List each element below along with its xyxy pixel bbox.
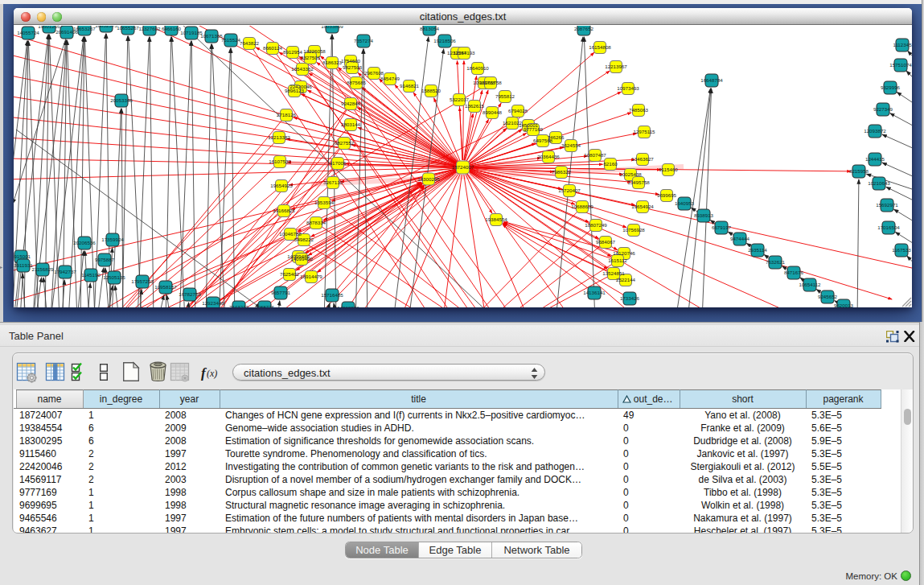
svg-text:8186323: 8186323 (322, 60, 343, 65)
svg-text:14055724: 14055724 (17, 30, 39, 35)
svg-text:10654112: 10654112 (799, 282, 821, 287)
svg-text:9245652: 9245652 (818, 294, 838, 299)
svg-text:9699695: 9699695 (657, 192, 677, 198)
svg-text:8938913: 8938913 (694, 212, 714, 218)
svg-text:9227349: 9227349 (873, 106, 893, 112)
svg-text:19166825: 19166825 (273, 208, 295, 213)
svg-text:12093872: 12093872 (864, 128, 886, 134)
svg-text:20206536: 20206536 (73, 240, 96, 245)
svg-text:8471676: 8471676 (784, 270, 804, 275)
svg-text:9620013: 9620013 (834, 303, 854, 307)
svg-text:10671365: 10671365 (200, 33, 223, 39)
svg-text:7625402: 7625402 (280, 271, 300, 277)
svg-text:9474444: 9474444 (730, 236, 750, 241)
svg-text:2718126: 2718126 (277, 112, 297, 117)
svg-text:16648784: 16648784 (700, 77, 723, 83)
svg-text:12213967: 12213967 (605, 64, 627, 69)
svg-text:1754600: 1754600 (341, 58, 361, 64)
svg-text:10973493: 10973493 (617, 85, 639, 91)
svg-text:7986322: 7986322 (552, 169, 572, 175)
svg-text:1353594: 1353594 (314, 200, 335, 205)
svg-text:7632621: 7632621 (766, 259, 786, 265)
svg-text:1615112: 1615112 (608, 257, 627, 263)
svg-text:3267130: 3267130 (323, 179, 343, 185)
svg-text:1588520: 1588520 (421, 88, 441, 93)
svg-text:10719185: 10719185 (180, 30, 203, 35)
svg-text:5498222: 5498222 (294, 237, 314, 242)
svg-text:9657791: 9657791 (271, 290, 291, 295)
svg-text:1244415: 1244415 (865, 156, 885, 162)
svg-text:19384554: 19384554 (485, 216, 507, 222)
svg-text:16653267: 16653267 (73, 26, 96, 31)
svg-text:417006: 417006 (330, 160, 347, 166)
svg-text:13524851: 13524851 (602, 270, 625, 276)
svg-text:9115460: 9115460 (659, 167, 678, 172)
svg-text:13226058: 13226058 (303, 48, 326, 54)
svg-text:6679197: 6679197 (712, 225, 732, 230)
svg-text:2935114: 2935114 (748, 247, 767, 253)
svg-text:12505135: 12505135 (103, 274, 125, 280)
svg-text:8660124: 8660124 (263, 45, 283, 51)
svg-text:3911931: 3911931 (14, 262, 33, 268)
svg-text:19218506: 19218506 (433, 38, 456, 43)
svg-text:17016504: 17016504 (877, 225, 900, 230)
svg-text:10958157: 10958157 (154, 284, 177, 290)
svg-text:18852575: 18852575 (95, 26, 117, 28)
svg-text:1362615: 1362615 (465, 103, 485, 109)
svg-text:1733426: 1733426 (620, 295, 640, 301)
svg-text:16782759: 16782759 (179, 291, 201, 297)
svg-text:13495758: 13495758 (627, 179, 650, 185)
svg-text:16543362: 16543362 (291, 66, 314, 72)
svg-text:9329996: 9329996 (881, 84, 901, 90)
svg-text:8454749: 8454749 (380, 76, 400, 81)
svg-text:10688609: 10688609 (571, 204, 593, 209)
svg-text:16154808: 16154808 (589, 44, 611, 50)
svg-text:9827503: 9827503 (343, 64, 363, 70)
svg-text:5322037: 5322037 (450, 97, 470, 102)
svg-text:1112345: 1112345 (893, 42, 912, 47)
svg-text:8915001: 8915001 (14, 253, 31, 259)
svg-text:19654923: 19654923 (270, 183, 293, 188)
svg-text:9242848: 9242848 (341, 101, 361, 106)
svg-text:18640910: 18640910 (466, 65, 489, 71)
svg-text:16120746: 16120746 (613, 250, 635, 256)
svg-text:15720407: 15720407 (558, 187, 581, 193)
svg-text:2522144: 2522144 (616, 277, 636, 282)
svg-text:7955812: 7955812 (495, 93, 515, 99)
svg-text:14136141: 14136141 (583, 290, 606, 295)
svg-text:17942737: 17942737 (54, 269, 76, 274)
svg-text:14262956: 14262956 (337, 305, 359, 307)
svg-text:7515524: 7515524 (221, 37, 241, 43)
svg-text:9975887: 9975887 (95, 257, 115, 262)
svg-text:1640953: 1640953 (675, 200, 695, 206)
svg-text:9896123: 9896123 (285, 88, 305, 93)
svg-text:18807249: 18807249 (585, 222, 607, 228)
svg-text:6466160: 6466160 (162, 26, 182, 31)
svg-text:3624554: 3624554 (561, 142, 581, 148)
svg-text:746266: 746266 (548, 134, 565, 140)
svg-text:11254193: 11254193 (453, 50, 475, 56)
svg-text:7357274: 7357274 (354, 38, 374, 43)
svg-text:8813054: 8813054 (420, 26, 440, 31)
svg-text:10756928: 10756928 (622, 227, 645, 233)
svg-text:13463627: 13463627 (631, 156, 654, 162)
svg-text:62160: 62160 (603, 161, 618, 167)
svg-text:6794028: 6794028 (508, 108, 528, 113)
svg-text:10033809: 10033809 (321, 26, 343, 29)
svg-text:7643822: 7643822 (240, 40, 260, 46)
svg-text:9988776: 9988776 (255, 304, 275, 307)
svg-text:10655267: 10655267 (117, 26, 139, 31)
svg-text:21156829: 21156829 (31, 266, 54, 272)
svg-text:7485063: 7485063 (629, 107, 649, 113)
svg-text:12975115: 12975115 (633, 129, 655, 134)
svg-text:10025438: 10025438 (619, 171, 642, 177)
svg-text:16961758: 16961758 (479, 80, 502, 85)
svg-text:9146821: 9146821 (400, 83, 420, 89)
svg-text:17957253: 17957253 (131, 278, 154, 284)
svg-text:12923448: 12923448 (202, 300, 224, 306)
svg-text:8878334: 8878334 (306, 220, 326, 225)
svg-text:9327503: 9327503 (301, 55, 321, 60)
svg-text:8215958: 8215958 (849, 168, 869, 174)
svg-text:7643210: 7643210 (229, 304, 249, 307)
svg-text:11327602: 11327602 (138, 26, 161, 31)
